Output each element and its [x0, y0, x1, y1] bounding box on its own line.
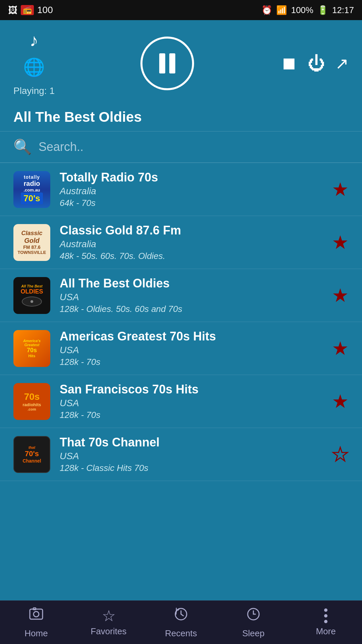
favorite-star[interactable]: ★ — [332, 443, 349, 465]
station-name: Classic Gold 87.6 Fm — [60, 223, 325, 237]
station-meta: 48k - 50s. 60s. 70s. Oldies. — [60, 251, 325, 261]
nav-item-sleep[interactable]: Sleep — [217, 606, 290, 639]
station-country: USA — [60, 345, 325, 356]
station-meta: 128k - Classic Hits 70s — [60, 463, 325, 473]
search-input[interactable] — [39, 140, 349, 154]
favorites-star-icon: ☆ — [102, 608, 116, 624]
battery-icon: 🔋 — [317, 5, 328, 15]
list-item[interactable]: Classic Gold FM 87.6 TOWNSVILLE Classic … — [0, 216, 362, 269]
share-button[interactable]: ↗ — [335, 54, 349, 73]
battery-percent: 100% — [291, 5, 313, 15]
station-name: San Franciscos 70s Hits — [60, 382, 325, 396]
search-icon: 🔍 — [13, 138, 32, 156]
status-right-icons: ⏰ 📶 100% 🔋 12:17 — [261, 5, 354, 15]
station-info: Totally Radio 70s Australia 64k - 70s — [50, 170, 325, 208]
more-dots-icon — [324, 608, 327, 624]
station-logo: Classic Gold FM 87.6 TOWNSVILLE — [13, 224, 50, 261]
favorite-star[interactable]: ★ — [332, 390, 349, 412]
status-number: 100 — [37, 5, 53, 15]
favorite-star[interactable]: ★ — [332, 231, 349, 253]
nav-item-favorites[interactable]: ☆ Favorites — [72, 608, 145, 637]
status-bar: 🖼 📻 100 ⏰ 📶 100% 🔋 12:17 — [0, 0, 362, 20]
player-left-controls: ♪ 🌐 Playing: 1 — [13, 30, 55, 96]
list-item[interactable]: All The Best OLDIES All The Best Oldies … — [0, 269, 362, 322]
radio-icon: 📻 — [21, 5, 34, 15]
station-logo: 70s radiohits .com — [13, 383, 50, 420]
favorite-star[interactable]: ★ — [332, 284, 349, 306]
station-info: All The Best Oldies USA 128k - Oldies. 5… — [50, 276, 325, 314]
sleep-clock-icon — [246, 606, 261, 626]
list-item[interactable]: that 70's Channel That 70s Channel USA 1… — [0, 428, 362, 481]
player-right-controls: ⏹ ⏻ ↗ — [280, 53, 349, 73]
station-info: Classic Gold 87.6 Fm Australia 48k - 50s… — [50, 223, 325, 261]
station-name: Americas Greatest 70s Hits — [60, 329, 325, 343]
time-display: 12:17 — [332, 5, 354, 15]
wifi-icon: 📶 — [276, 5, 287, 15]
pause-bar-left — [159, 53, 165, 73]
photo-icon: 🖼 — [8, 5, 17, 16]
power-button[interactable]: ⏻ — [308, 53, 325, 73]
home-camera-icon — [28, 606, 44, 626]
station-logo: America'sGreatest 70s Hits — [13, 330, 50, 367]
nav-item-recents[interactable]: Recents — [145, 606, 217, 639]
playing-label: Playing: 1 — [13, 86, 55, 96]
player-header: ♪ 🌐 Playing: 1 ⏹ ⏻ ↗ — [0, 20, 362, 103]
list-item[interactable]: America'sGreatest 70s Hits Americas Grea… — [0, 322, 362, 375]
nav-more-label: More — [316, 626, 336, 637]
station-country: USA — [60, 398, 325, 409]
pause-button-container — [140, 37, 194, 90]
recents-history-icon — [173, 606, 189, 626]
station-meta: 128k - 70s — [60, 410, 325, 420]
station-logo: totally radio .com.au 70's — [13, 171, 50, 208]
station-name: That 70s Channel — [60, 435, 325, 449]
favorite-star[interactable]: ★ — [332, 178, 349, 200]
station-country: Australia — [60, 186, 325, 197]
nav-sleep-label: Sleep — [242, 628, 265, 639]
station-logo: All The Best OLDIES — [13, 277, 50, 314]
svg-point-1 — [34, 611, 39, 617]
svg-rect-0 — [30, 609, 43, 619]
list-item[interactable]: totally radio .com.au 70's Totally Radio… — [0, 163, 362, 216]
globe-icon[interactable]: 🌐 — [23, 57, 45, 77]
station-logo: that 70's Channel — [13, 436, 50, 473]
pause-bar-right — [169, 53, 175, 73]
status-left-icons: 🖼 📻 100 — [8, 5, 53, 16]
favorite-star[interactable]: ★ — [332, 337, 349, 359]
nav-home-label: Home — [24, 628, 48, 639]
nav-favorites-label: Favorites — [91, 626, 127, 637]
music-note-icon[interactable]: ♪ — [29, 30, 38, 50]
station-name: Totally Radio 70s — [60, 170, 325, 184]
station-country: USA — [60, 292, 325, 303]
pause-icon — [159, 53, 175, 73]
nav-item-home[interactable]: Home — [0, 606, 72, 639]
station-list: totally radio .com.au 70's Totally Radio… — [0, 163, 362, 606]
search-bar: 🔍 — [0, 131, 362, 163]
station-info: Americas Greatest 70s Hits USA 128k - 70… — [50, 329, 325, 367]
list-item[interactable]: 70s radiohits .com San Franciscos 70s Hi… — [0, 375, 362, 428]
station-meta: 128k - 70s — [60, 357, 325, 367]
pause-button[interactable] — [140, 37, 194, 90]
nav-recents-label: Recents — [165, 628, 197, 639]
station-meta: 128k - Oldies. 50s. 60s and 70s — [60, 304, 325, 314]
nav-item-more[interactable]: More — [290, 608, 362, 637]
station-info: That 70s Channel USA 128k - Classic Hits… — [50, 435, 325, 473]
now-playing-title: All The Best Oldies — [0, 103, 362, 131]
station-info: San Franciscos 70s Hits USA 128k - 70s — [50, 382, 325, 420]
station-country: USA — [60, 451, 325, 462]
alarm-icon: ⏰ — [261, 5, 272, 15]
bottom-nav: Home ☆ Favorites Recents Sleep — [0, 600, 362, 644]
station-name: All The Best Oldies — [60, 276, 325, 290]
station-country: Australia — [60, 239, 325, 250]
station-meta: 64k - 70s — [60, 198, 325, 208]
stop-button[interactable]: ⏹ — [280, 53, 298, 73]
